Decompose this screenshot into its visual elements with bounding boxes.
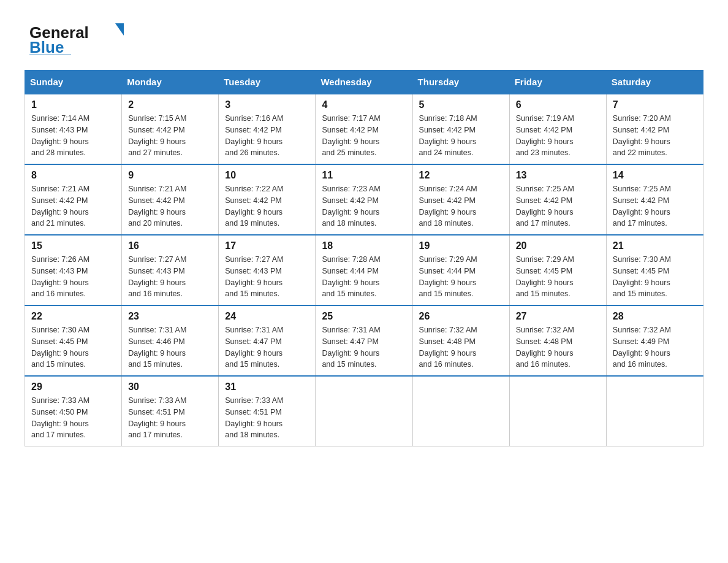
- calendar-cell: 13 Sunrise: 7:25 AMSunset: 4:42 PMDaylig…: [509, 164, 606, 235]
- calendar-cell: 6 Sunrise: 7:19 AMSunset: 4:42 PMDayligh…: [509, 94, 606, 164]
- header-day-sunday: Sunday: [25, 71, 122, 94]
- day-info: Sunrise: 7:32 AMSunset: 4:49 PMDaylight:…: [613, 326, 671, 369]
- day-number: 27: [516, 311, 600, 322]
- svg-rect-3: [29, 55, 71, 55]
- calendar-cell: 7 Sunrise: 7:20 AMSunset: 4:42 PMDayligh…: [606, 94, 703, 164]
- day-info: Sunrise: 7:25 AMSunset: 4:42 PMDaylight:…: [516, 185, 574, 228]
- calendar-cell: 25 Sunrise: 7:31 AMSunset: 4:47 PMDaylig…: [316, 305, 412, 376]
- day-info: Sunrise: 7:33 AMSunset: 4:50 PMDaylight:…: [31, 396, 89, 439]
- calendar-cell: [606, 376, 703, 446]
- day-info: Sunrise: 7:21 AMSunset: 4:42 PMDaylight:…: [31, 185, 89, 228]
- svg-marker-1: [115, 23, 124, 36]
- day-number: 28: [613, 311, 697, 322]
- header-day-wednesday: Wednesday: [316, 71, 412, 94]
- day-number: 10: [225, 170, 309, 181]
- week-row-5: 29 Sunrise: 7:33 AMSunset: 4:50 PMDaylig…: [25, 376, 703, 446]
- day-info: Sunrise: 7:31 AMSunset: 4:46 PMDaylight:…: [128, 326, 186, 369]
- calendar-cell: [316, 376, 412, 446]
- week-row-1: 1 Sunrise: 7:14 AMSunset: 4:43 PMDayligh…: [25, 94, 703, 164]
- day-info: Sunrise: 7:28 AMSunset: 4:44 PMDaylight:…: [322, 255, 380, 298]
- calendar-cell: 22 Sunrise: 7:30 AMSunset: 4:45 PMDaylig…: [25, 305, 122, 376]
- calendar-cell: 23 Sunrise: 7:31 AMSunset: 4:46 PMDaylig…: [122, 305, 219, 376]
- calendar-cell: 9 Sunrise: 7:21 AMSunset: 4:42 PMDayligh…: [122, 164, 219, 235]
- header-day-tuesday: Tuesday: [219, 71, 316, 94]
- day-number: 24: [225, 311, 309, 322]
- week-row-4: 22 Sunrise: 7:30 AMSunset: 4:45 PMDaylig…: [25, 305, 703, 376]
- day-number: 26: [419, 311, 503, 322]
- day-info: Sunrise: 7:23 AMSunset: 4:42 PMDaylight:…: [322, 185, 380, 228]
- day-number: 9: [128, 170, 212, 181]
- calendar-cell: 24 Sunrise: 7:31 AMSunset: 4:47 PMDaylig…: [219, 305, 316, 376]
- day-number: 2: [128, 99, 212, 110]
- svg-text:Blue: Blue: [29, 38, 64, 55]
- day-number: 15: [31, 240, 115, 251]
- calendar-cell: 5 Sunrise: 7:18 AMSunset: 4:42 PMDayligh…: [412, 94, 509, 164]
- day-info: Sunrise: 7:32 AMSunset: 4:48 PMDaylight:…: [516, 326, 574, 369]
- calendar-cell: 3 Sunrise: 7:16 AMSunset: 4:42 PMDayligh…: [219, 94, 316, 164]
- day-number: 5: [419, 99, 503, 110]
- calendar-cell: 12 Sunrise: 7:24 AMSunset: 4:42 PMDaylig…: [412, 164, 509, 235]
- day-number: 18: [322, 240, 406, 251]
- calendar-cell: 1 Sunrise: 7:14 AMSunset: 4:43 PMDayligh…: [25, 94, 122, 164]
- day-number: 25: [322, 311, 406, 322]
- day-number: 20: [516, 240, 600, 251]
- day-info: Sunrise: 7:20 AMSunset: 4:42 PMDaylight:…: [613, 114, 671, 157]
- page-header: General Blue: [25, 18, 703, 55]
- day-number: 16: [128, 240, 212, 251]
- day-info: Sunrise: 7:14 AMSunset: 4:43 PMDaylight:…: [31, 114, 89, 157]
- calendar-cell: 16 Sunrise: 7:27 AMSunset: 4:43 PMDaylig…: [122, 235, 219, 305]
- calendar-cell: 15 Sunrise: 7:26 AMSunset: 4:43 PMDaylig…: [25, 235, 122, 305]
- week-row-3: 15 Sunrise: 7:26 AMSunset: 4:43 PMDaylig…: [25, 235, 703, 305]
- calendar-table: SundayMondayTuesdayWednesdayThursdayFrid…: [25, 70, 703, 446]
- day-info: Sunrise: 7:18 AMSunset: 4:42 PMDaylight:…: [419, 114, 477, 157]
- day-number: 7: [613, 99, 697, 110]
- day-number: 11: [322, 170, 406, 181]
- calendar-cell: [412, 376, 509, 446]
- day-info: Sunrise: 7:22 AMSunset: 4:42 PMDaylight:…: [225, 185, 283, 228]
- day-info: Sunrise: 7:19 AMSunset: 4:42 PMDaylight:…: [516, 114, 574, 157]
- header-day-saturday: Saturday: [606, 71, 703, 94]
- day-info: Sunrise: 7:27 AMSunset: 4:43 PMDaylight:…: [225, 255, 283, 298]
- calendar-cell: 31 Sunrise: 7:33 AMSunset: 4:51 PMDaylig…: [219, 376, 316, 446]
- calendar-cell: 27 Sunrise: 7:32 AMSunset: 4:48 PMDaylig…: [509, 305, 606, 376]
- logo: General Blue: [25, 18, 129, 55]
- calendar-cell: 17 Sunrise: 7:27 AMSunset: 4:43 PMDaylig…: [219, 235, 316, 305]
- calendar-cell: 4 Sunrise: 7:17 AMSunset: 4:42 PMDayligh…: [316, 94, 412, 164]
- day-info: Sunrise: 7:30 AMSunset: 4:45 PMDaylight:…: [613, 255, 671, 298]
- day-info: Sunrise: 7:21 AMSunset: 4:42 PMDaylight:…: [128, 185, 186, 228]
- logo-svg: General Blue: [25, 18, 129, 55]
- day-number: 17: [225, 240, 309, 251]
- day-number: 30: [128, 381, 212, 393]
- calendar-cell: 18 Sunrise: 7:28 AMSunset: 4:44 PMDaylig…: [316, 235, 412, 305]
- calendar-cell: 10 Sunrise: 7:22 AMSunset: 4:42 PMDaylig…: [219, 164, 316, 235]
- calendar-cell: 11 Sunrise: 7:23 AMSunset: 4:42 PMDaylig…: [316, 164, 412, 235]
- header-day-friday: Friday: [509, 71, 606, 94]
- day-number: 1: [31, 99, 115, 110]
- day-info: Sunrise: 7:30 AMSunset: 4:45 PMDaylight:…: [31, 326, 89, 369]
- day-number: 8: [31, 170, 115, 181]
- day-number: 3: [225, 99, 309, 110]
- day-info: Sunrise: 7:27 AMSunset: 4:43 PMDaylight:…: [128, 255, 186, 298]
- day-info: Sunrise: 7:31 AMSunset: 4:47 PMDaylight:…: [322, 326, 380, 369]
- day-info: Sunrise: 7:29 AMSunset: 4:44 PMDaylight:…: [419, 255, 477, 298]
- day-info: Sunrise: 7:15 AMSunset: 4:42 PMDaylight:…: [128, 114, 186, 157]
- day-info: Sunrise: 7:26 AMSunset: 4:43 PMDaylight:…: [31, 255, 89, 298]
- header-day-monday: Monday: [122, 71, 219, 94]
- day-info: Sunrise: 7:31 AMSunset: 4:47 PMDaylight:…: [225, 326, 283, 369]
- header-row: SundayMondayTuesdayWednesdayThursdayFrid…: [25, 71, 703, 94]
- calendar-cell: 2 Sunrise: 7:15 AMSunset: 4:42 PMDayligh…: [122, 94, 219, 164]
- day-info: Sunrise: 7:29 AMSunset: 4:45 PMDaylight:…: [516, 255, 574, 298]
- day-number: 14: [613, 170, 697, 181]
- day-info: Sunrise: 7:33 AMSunset: 4:51 PMDaylight:…: [225, 396, 283, 439]
- day-number: 21: [613, 240, 697, 251]
- day-number: 13: [516, 170, 600, 181]
- day-info: Sunrise: 7:17 AMSunset: 4:42 PMDaylight:…: [322, 114, 380, 157]
- calendar-cell: 26 Sunrise: 7:32 AMSunset: 4:48 PMDaylig…: [412, 305, 509, 376]
- calendar-cell: 30 Sunrise: 7:33 AMSunset: 4:51 PMDaylig…: [122, 376, 219, 446]
- day-info: Sunrise: 7:24 AMSunset: 4:42 PMDaylight:…: [419, 185, 477, 228]
- day-number: 31: [225, 381, 309, 393]
- day-number: 12: [419, 170, 503, 181]
- calendar-cell: 21 Sunrise: 7:30 AMSunset: 4:45 PMDaylig…: [606, 235, 703, 305]
- header-day-thursday: Thursday: [412, 71, 509, 94]
- day-info: Sunrise: 7:33 AMSunset: 4:51 PMDaylight:…: [128, 396, 186, 439]
